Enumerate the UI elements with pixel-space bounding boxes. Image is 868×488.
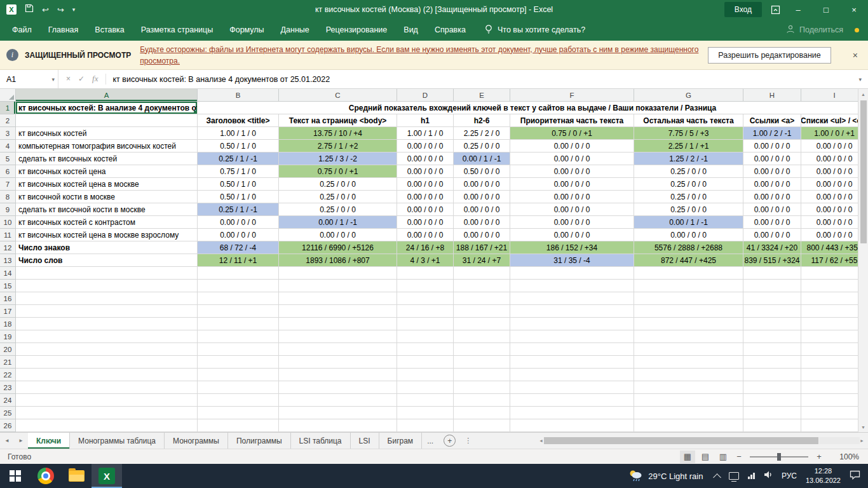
name-box-dropdown-icon[interactable]: ▾ [51,76,55,83]
cell-G21[interactable] [634,356,743,369]
cell-F7[interactable]: 0.00 / 0 / 0 [510,178,634,191]
row-header-12[interactable]: 12 [0,241,16,254]
cell-A20[interactable] [16,343,198,356]
zoom-level[interactable]: 100% [831,452,859,461]
cell-D14[interactable] [397,267,454,280]
cell-C19[interactable] [279,330,397,343]
cell-A24[interactable] [16,394,198,407]
cell-G3[interactable]: 7.75 / 5 / +3 [634,127,743,140]
ribbon-tab-2[interactable]: Вставка [86,19,132,41]
ribbon-tab-1[interactable]: Главная [40,19,87,41]
cell-I16[interactable] [801,292,858,305]
share-button[interactable]: Поделиться [786,25,843,36]
cell-C9[interactable]: 0.25 / 0 / 0 [279,203,397,216]
cell-B3[interactable]: 1.00 / 1 / 0 [198,127,279,140]
cell-D6[interactable]: 0.00 / 0 / 0 [397,165,454,178]
cell-B11[interactable]: 0.00 / 0 / 0 [198,229,279,241]
volume-tray-icon[interactable] [764,470,773,482]
cell-D20[interactable] [397,343,454,356]
scroll-left-icon[interactable]: ◄ [539,436,543,446]
cell-D18[interactable] [397,318,454,330]
cell-H25[interactable] [743,407,801,419]
cell-D4[interactable]: 0.00 / 0 / 0 [397,140,454,152]
cell-G11[interactable]: 0.00 / 0 / 0 [634,229,743,241]
cell-D24[interactable] [397,394,454,407]
cell-E12[interactable]: 188 / 167 / +21 [454,241,510,254]
cell-B16[interactable] [198,292,279,305]
cell-F5[interactable]: 0.00 / 0 / 0 [510,152,634,165]
cell-F26[interactable] [510,419,634,432]
cell-H20[interactable] [743,343,801,356]
cell-A15[interactable] [16,280,198,292]
hidden-icons-chevron-icon[interactable] [714,473,722,482]
redo-icon[interactable]: ↪ [57,5,64,15]
cell-D19[interactable] [397,330,454,343]
cell-H2[interactable]: Ссылки <a> [743,114,801,127]
cell-A18[interactable] [16,318,198,330]
cell-E23[interactable] [454,381,510,394]
minimize-button[interactable]: – [784,0,812,19]
cell-G9[interactable]: 0.25 / 0 / 0 [634,203,743,216]
cell-G23[interactable] [634,381,743,394]
cell-B7[interactable]: 0.50 / 1 / 0 [198,178,279,191]
cell-B2[interactable]: Заголовок <title> [198,114,279,127]
cell-D13[interactable]: 4 / 3 / +1 [397,254,454,267]
cell-G6[interactable]: 0.25 / 0 / 0 [634,165,743,178]
row-header-8[interactable]: 8 [0,191,16,203]
cell-G19[interactable] [634,330,743,343]
column-header-G[interactable]: G [634,89,743,102]
zoom-slider[interactable] [750,456,808,458]
cell-I2[interactable]: Списки <ul> / <ol> [801,114,858,127]
cell-B20[interactable] [198,343,279,356]
column-header-H[interactable]: H [743,89,801,102]
display-tray-icon[interactable] [729,472,739,480]
close-button[interactable]: × [840,0,868,19]
undo-icon[interactable]: ↩ [42,5,49,15]
action-center-icon[interactable] [850,470,860,482]
cell-B23[interactable] [198,381,279,394]
sheet-tab-4[interactable]: LSI таблица [291,433,351,449]
cell-E21[interactable] [454,356,510,369]
cell-G5[interactable]: 1.25 / 2 / -1 [634,152,743,165]
cell-G24[interactable] [634,394,743,407]
name-box[interactable]: A1 ▾ [0,70,58,88]
cell-A16[interactable] [16,292,198,305]
cell-E4[interactable]: 0.25 / 0 / 0 [454,140,510,152]
cell-A5[interactable]: сделать кт височных костей [16,152,198,165]
page-layout-view-icon[interactable]: ▤ [698,451,713,463]
clock[interactable]: 12:28 13.06.2022 [806,466,841,485]
row-header-11[interactable]: 11 [0,229,16,241]
cell-C16[interactable] [279,292,397,305]
row-header-19[interactable]: 19 [0,330,16,343]
cell-G7[interactable]: 0.25 / 0 / 0 [634,178,743,191]
cell-H9[interactable]: 0.00 / 0 / 0 [743,203,801,216]
cell-H10[interactable]: 0.00 / 0 / 0 [743,216,801,229]
sheet-nav-right-icon[interactable]: ► [14,433,28,449]
cell-A23[interactable] [16,381,198,394]
row-header-21[interactable]: 21 [0,356,16,369]
start-button[interactable] [0,464,31,488]
cell-B9[interactable]: 0.25 / 1 / -1 [198,203,279,216]
cell-G10[interactable]: 0.00 / 1 / -1 [634,216,743,229]
cell-G4[interactable]: 2.25 / 1 / +1 [634,140,743,152]
cell-C13[interactable]: 1893 / 1086 / +807 [279,254,397,267]
cell-H26[interactable] [743,419,801,432]
cell-E20[interactable] [454,343,510,356]
cell-F21[interactable] [510,356,634,369]
cell-H17[interactable] [743,305,801,318]
row-header-23[interactable]: 23 [0,381,16,394]
ribbon-tab-8[interactable]: Справка [426,19,474,41]
cell-G12[interactable]: 5576 / 2888 / +2688 [634,241,743,254]
network-tray-icon[interactable] [748,473,755,479]
cell-F25[interactable] [510,407,634,419]
sheet-tab-3[interactable]: Полиграммы [228,433,291,449]
row-header-9[interactable]: 9 [0,203,16,216]
cell-H4[interactable]: 0.00 / 0 / 0 [743,140,801,152]
cell-I13[interactable]: 117 / 62 / +55 [801,254,858,267]
ribbon-tab-3[interactable]: Разметка страницы [133,19,221,41]
row-header-22[interactable]: 22 [0,369,16,381]
cell-E10[interactable]: 0.00 / 0 / 0 [454,216,510,229]
row-header-18[interactable]: 18 [0,318,16,330]
column-header-B[interactable]: B [198,89,279,102]
cell-D22[interactable] [397,369,454,381]
